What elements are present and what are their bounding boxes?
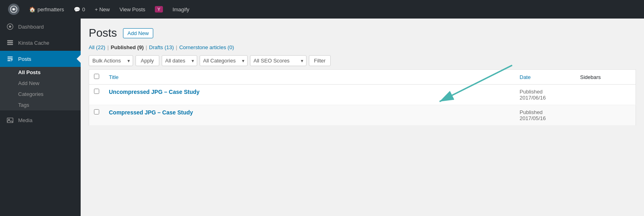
kinsta-cache-label: Kinsta Cache <box>18 40 49 46</box>
table-row: Uncompressed JPG – Case Study Published … <box>89 85 636 105</box>
site-name-button[interactable]: 🏠 perfmatters <box>25 0 68 19</box>
imagify-label: Imagify <box>173 6 190 12</box>
filter-published-label: Published (9) <box>111 44 144 50</box>
submenu-all-posts[interactable]: All Posts <box>0 67 81 78</box>
all-categories-wrapper: All Categories <box>200 55 248 66</box>
tags-label: Tags <box>18 102 29 108</box>
row1-sidebars-cell <box>575 85 636 105</box>
svg-rect-6 <box>7 44 13 45</box>
row2-title-link[interactable]: Compressed JPG – Case Study <box>109 109 193 116</box>
row2-checkbox[interactable] <box>94 109 99 114</box>
wp-logo-button[interactable] <box>4 0 23 19</box>
sidebar-item-dashboard[interactable]: Dashboard <box>0 19 81 35</box>
filter-all-link[interactable]: All (22) <box>89 44 105 50</box>
filter-cornerstone-link[interactable]: Cornerstone articles (0) <box>179 44 234 50</box>
row1-status: Published <box>520 89 571 95</box>
filter-all-label: All <box>89 44 94 50</box>
posts-table-wrapper: Title Date Sidebars <box>89 69 636 126</box>
row2-date: 2017/05/16 <box>520 115 546 121</box>
date-column-header[interactable]: Date <box>515 70 575 85</box>
yoast-button[interactable]: Y <box>151 0 167 19</box>
site-name-label: perfmatters <box>38 6 64 12</box>
all-dates-wrapper: All dates <box>162 55 197 66</box>
media-label: Media <box>18 117 32 123</box>
submenu-add-new[interactable]: Add New <box>0 78 81 89</box>
table-toolbar: Bulk Actions Apply All dates All Categor… <box>89 55 636 69</box>
admin-sidebar: Dashboard Kinsta Cache Posts All Posts A… <box>0 19 81 216</box>
new-content-label: + New <box>95 6 110 12</box>
table-row: Compressed JPG – Case Study Published 20… <box>89 105 636 126</box>
add-new-button[interactable]: Add New <box>123 28 153 38</box>
bulk-actions-wrapper: Bulk Actions <box>89 55 133 66</box>
sidebar-item-media[interactable]: Media <box>0 112 81 128</box>
row1-date-cell: Published 2017/06/16 <box>515 85 575 105</box>
home-icon: 🏠 <box>29 6 35 12</box>
submenu-tags[interactable]: Tags <box>0 100 81 110</box>
view-posts-button[interactable]: View Posts <box>115 0 149 19</box>
view-posts-label: View Posts <box>119 6 145 12</box>
all-posts-label: All Posts <box>18 69 41 75</box>
all-seo-scores-wrapper: All SEO Scores <box>250 55 306 66</box>
imagify-button[interactable]: Imagify <box>169 0 194 19</box>
svg-rect-5 <box>7 42 13 43</box>
sidebars-column-header: Sidebars <box>575 70 636 85</box>
sep1: | <box>107 44 108 50</box>
filter-button[interactable]: Filter <box>309 55 331 66</box>
svg-point-3 <box>9 25 11 27</box>
sidebar-item-posts[interactable]: Posts <box>0 51 81 67</box>
sep3: | <box>176 44 177 50</box>
main-content: Posts Add New All (22) | Published (9) |… <box>81 19 644 216</box>
svg-point-1 <box>13 8 15 10</box>
posts-icon <box>6 55 14 63</box>
all-seo-scores-select[interactable]: All SEO Scores <box>250 55 306 66</box>
submenu-categories[interactable]: Categories <box>0 89 81 100</box>
row2-title-cell: Compressed JPG – Case Study <box>104 105 515 126</box>
posts-table: Title Date Sidebars <box>89 69 636 126</box>
row1-date: 2017/06/16 <box>520 95 546 101</box>
select-all-checkbox[interactable] <box>94 74 99 79</box>
comments-count: 0 <box>82 6 85 12</box>
all-categories-select[interactable]: All Categories <box>200 55 248 66</box>
sep2: | <box>146 44 147 50</box>
svg-rect-4 <box>7 40 13 42</box>
filter-links: All (22) | Published (9) | Drafts (13) |… <box>89 44 636 50</box>
table-header-row: Title Date Sidebars <box>89 70 636 85</box>
page-title-row: Posts Add New <box>89 27 636 39</box>
dashboard-icon <box>6 23 14 31</box>
row1-check-cell <box>89 85 104 105</box>
row2-check-cell <box>89 105 104 126</box>
filter-drafts-label: Drafts (13) <box>149 44 174 50</box>
yoast-icon: Y <box>155 6 163 12</box>
sidebar-item-kinsta-cache[interactable]: Kinsta Cache <box>0 35 81 51</box>
row1-title-cell: Uncompressed JPG – Case Study <box>104 85 515 105</box>
row2-sidebars-cell <box>575 105 636 126</box>
filter-cornerstone-label: Cornerstone articles (0) <box>179 44 234 50</box>
filter-all-count: (22) <box>96 44 105 50</box>
page-title: Posts <box>89 27 117 39</box>
bulk-actions-select[interactable]: Bulk Actions <box>89 55 133 66</box>
filter-drafts-link[interactable]: Drafts (13) <box>149 44 174 50</box>
row2-status: Published <box>520 109 571 115</box>
wp-logo-icon <box>8 4 19 15</box>
dashboard-label: Dashboard <box>18 24 44 30</box>
categories-label: Categories <box>18 91 44 97</box>
select-all-header <box>89 70 104 85</box>
add-new-sub-label: Add New <box>18 80 40 86</box>
kinsta-icon <box>6 39 14 47</box>
title-column-header[interactable]: Title <box>104 70 515 85</box>
posts-submenu: All Posts Add New Categories Tags <box>0 67 81 110</box>
apply-button[interactable]: Apply <box>135 55 159 66</box>
all-dates-select[interactable]: All dates <box>162 55 197 66</box>
row1-checkbox[interactable] <box>94 89 99 94</box>
row2-date-cell: Published 2017/05/16 <box>515 105 575 126</box>
svg-rect-7 <box>7 118 13 123</box>
new-content-button[interactable]: + New <box>91 0 114 19</box>
media-icon <box>6 116 14 124</box>
comments-icon: 💬 <box>74 6 80 12</box>
comments-button[interactable]: 💬 0 <box>70 0 89 19</box>
row1-title-link[interactable]: Uncompressed JPG – Case Study <box>109 89 200 95</box>
admin-bar: 🏠 perfmatters 💬 0 + New View Posts Y Ima… <box>0 0 644 19</box>
posts-label: Posts <box>18 56 31 62</box>
